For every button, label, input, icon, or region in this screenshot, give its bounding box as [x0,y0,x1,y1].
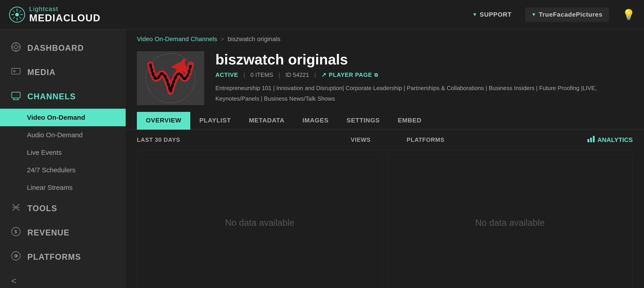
support-triangle-icon: ▼ [472,12,478,18]
status-badge: ACTIVE [216,72,238,78]
svg-rect-19 [12,92,20,98]
support-button[interactable]: ▼ SUPPORT [472,11,512,18]
svg-line-7 [19,17,21,19]
platforms-icon [11,251,21,263]
channel-id: ID 54221 [286,72,309,78]
svg-rect-35 [588,139,589,142]
breadcrumb: Video On-Demand Channels > biszwatch ori… [126,29,644,49]
breadcrumb-parent-link[interactable]: Video On-Demand Channels [137,36,217,43]
channels-label: CHANNELS [28,92,76,101]
tools-icon [11,203,21,214]
channel-title: biszwatch originals [216,51,633,68]
sidebar-item-linear-streams[interactable]: Linear Streams [0,179,126,196]
tab-images[interactable]: IMAGES [294,112,338,130]
platforms-data-panel: No data available [387,155,633,288]
channels-submenu: Video On-Demand Audio On-Demand Live Eve… [0,109,126,196]
channel-meta: ACTIVE | 0 ITEMS | ID 54221 | ↗ PLAYER P… [216,72,633,78]
top-bar-right: ▼ SUPPORT ▼ TrueFacadePictures 💡 [472,8,635,22]
top-bar: Lightcast MEDIACLOUD ▼ SUPPORT ▼ TrueFac… [0,0,644,29]
media-icon [11,67,21,78]
main-layout: DASHBOARD MEDIA CHANNELS [0,29,644,288]
tab-embed[interactable]: EMBED [389,112,430,130]
tab-playlist[interactable]: PLAYLIST [190,112,240,130]
stats-bar: LAST 30 DAYS VIEWS PLATFORMS ANALYTICS [137,130,633,150]
svg-rect-16 [12,68,20,74]
sidebar-collapse-button[interactable]: < [0,269,126,288]
no-data-views: No data available [225,218,294,228]
channel-thumbnail [137,51,204,105]
breadcrumb-current: biszwatch originals [228,36,280,43]
sidebar-item-video-on-demand[interactable]: Video On-Demand [0,109,126,126]
logo-area: Lightcast MEDIACLOUD [9,6,135,23]
sidebar-item-media[interactable]: MEDIA [0,60,126,85]
sidebar-item-audio-on-demand[interactable]: Audio On-Demand [0,126,126,144]
player-page-link[interactable]: ↗ PLAYER PAGE ⧉ [321,72,378,78]
no-data-platforms: No data available [475,218,544,228]
svg-line-8 [19,11,21,12]
sidebar: DASHBOARD MEDIA CHANNELS [0,29,126,288]
svg-point-1 [15,13,19,17]
external-link-icon: ↗ [321,72,326,78]
revenue-icon: $ [11,227,21,238]
sidebar-item-channels[interactable]: CHANNELS [0,85,126,109]
breadcrumb-separator: > [220,36,224,43]
views-label: VIEWS [351,136,371,143]
user-triangle-icon: ▼ [531,12,536,18]
svg-text:$: $ [14,229,18,234]
svg-rect-36 [590,138,592,142]
items-count: 0 ITEMS [250,72,273,78]
logo-text: Lightcast MEDIACLOUD [29,6,100,23]
sidebar-item-tools[interactable]: TOOLS [0,196,126,221]
data-panels: No data available No data available [137,155,633,288]
svg-line-6 [13,11,15,12]
support-label: SUPPORT [480,11,512,18]
dashboard-icon [11,42,21,54]
ideas-icon[interactable]: 💡 [622,9,635,21]
platforms-label: PLATFORMS [406,136,444,143]
logo-icon [9,7,25,23]
logo-mediacloud: MEDIACLOUD [29,13,100,23]
svg-rect-32 [137,51,204,105]
sidebar-item-platforms[interactable]: PLATFORMS [0,245,126,269]
tab-metadata[interactable]: METADATA [240,112,294,130]
analytics-icon [588,136,595,144]
content-area: Video On-Demand Channels > biszwatch ori… [126,29,644,288]
tabs-bar: OVERVIEW PLAYLIST METADATA IMAGES SETTIN… [126,112,644,130]
tab-overview[interactable]: OVERVIEW [137,112,190,130]
media-label: MEDIA [28,68,56,77]
sidebar-item-live-events[interactable]: Live Events [0,144,126,161]
svg-point-11 [14,45,18,49]
overview-content: LAST 30 DAYS VIEWS PLATFORMS ANALYTICS [126,130,644,288]
user-label: TrueFacadePictures [539,11,602,18]
revenue-label: REVENUE [28,228,70,237]
channels-icon [11,91,21,102]
copy-icon: ⧉ [374,72,378,78]
views-data-panel: No data available [137,155,382,288]
tab-settings[interactable]: SETTINGS [338,112,389,130]
analytics-link[interactable]: ANALYTICS [588,136,633,144]
svg-line-9 [13,17,15,19]
sidebar-item-dashboard[interactable]: DASHBOARD [0,36,126,60]
tools-label: TOOLS [28,204,57,213]
sidebar-item-revenue[interactable]: $ REVENUE [0,221,126,245]
dashboard-label: DASHBOARD [28,43,84,53]
stats-period: LAST 30 DAYS [137,136,180,143]
platforms-label: PLATFORMS [28,252,81,262]
channel-tags: Entrepreneurship 101 | Innovation and Di… [216,83,633,104]
channel-info: biszwatch originals ACTIVE | 0 ITEMS | I… [216,51,633,104]
channel-header: biszwatch originals ACTIVE | 0 ITEMS | I… [126,49,644,112]
user-menu-button[interactable]: ▼ TrueFacadePictures [525,8,609,22]
logo-lightcast: Lightcast [29,6,100,13]
sidebar-item-247-schedulers[interactable]: 24/7 Schedulers [0,161,126,179]
svg-rect-37 [593,136,595,142]
